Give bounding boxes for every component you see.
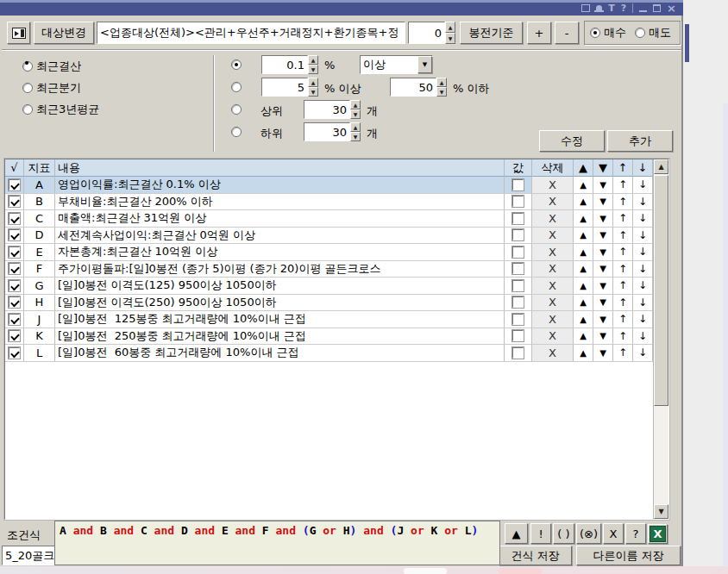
row-content-cell[interactable]: 부채비율:최근결산 200% 이하 — [55, 194, 505, 211]
save-as-button[interactable]: 다른이름 저장 — [576, 546, 681, 565]
row-value-checkbox[interactable] — [512, 179, 524, 190]
row-enabled-cell[interactable] — [5, 194, 24, 211]
row-id-cell[interactable]: A — [24, 177, 55, 194]
close-icon[interactable]: × — [667, 3, 676, 13]
panel-toggle-button[interactable] — [7, 22, 30, 44]
change-target-button[interactable]: 대상변경 — [34, 22, 94, 44]
not-button[interactable]: ! — [530, 523, 551, 544]
row-value-checkbox[interactable] — [512, 280, 524, 291]
table-row[interactable]: C매출액:최근결산 31억원 이상X▲▼↑↓ — [5, 210, 668, 228]
column-header-7[interactable]: ↑ — [613, 159, 633, 177]
bar-basis-button[interactable]: 봉전기준 — [460, 22, 523, 44]
row-value-checkbox[interactable] — [512, 213, 524, 224]
row-id-cell[interactable]: F — [24, 261, 55, 278]
row-delete-button[interactable]: X — [532, 278, 574, 295]
row-content-cell[interactable]: [일]0봉전 60봉중 최고거래량에 10%이내 근접 — [55, 345, 505, 362]
row-content-cell[interactable]: 자본총계:최근결산 10억원 이상 — [55, 244, 505, 261]
row-content-cell[interactable]: 영업이익률:최근결산 0.1% 이상 — [55, 177, 505, 194]
row-move-up-button[interactable]: ▲ — [574, 177, 593, 194]
row-id-cell[interactable]: J — [24, 311, 55, 328]
threshold-2-max-stepper[interactable]: ▲▼ — [436, 78, 447, 97]
row-value-cell[interactable] — [505, 311, 532, 328]
row-content-cell[interactable]: [일]0봉전 이격도(125) 950이상 1050이하 — [55, 278, 505, 295]
formula-expression-box[interactable]: A and B and C and D and E and F and (G o… — [54, 521, 500, 565]
radio-buy[interactable]: 매수 — [590, 25, 626, 41]
row-value-cell[interactable] — [505, 228, 532, 245]
row-delete-button[interactable]: X — [532, 311, 574, 328]
column-header-1[interactable]: 지표 — [24, 159, 55, 177]
row-move-down-button[interactable]: ▼ — [593, 244, 613, 261]
row-shift-up-button[interactable]: ↑ — [613, 210, 633, 228]
row-id-cell[interactable]: G — [24, 278, 55, 295]
dropdown-arrow-icon[interactable]: ▼ — [417, 56, 432, 73]
stepper-down-icon[interactable]: ▼ — [445, 33, 455, 44]
table-row[interactable]: J[일]0봉전 125봉중 최고거래량에 10%이내 근접X▲▼↑↓ — [5, 311, 668, 328]
row-delete-button[interactable]: X — [532, 210, 574, 228]
stepper-up-icon[interactable]: ▲ — [445, 22, 455, 33]
row-enabled-checkbox[interactable] — [9, 296, 20, 308]
row-move-down-button[interactable]: ▼ — [593, 194, 613, 211]
row-id-cell[interactable]: H — [24, 295, 55, 312]
row-id-cell[interactable]: L — [24, 345, 55, 362]
row-shift-up-button[interactable]: ↑ — [613, 261, 633, 278]
period-radio-1[interactable]: 최근분기 — [22, 80, 81, 96]
stepper-up-icon[interactable]: ▲ — [350, 100, 361, 109]
row-shift-up-button[interactable]: ↑ — [613, 328, 633, 346]
scrollbar-thumb[interactable] — [654, 175, 668, 406]
row-delete-button[interactable]: X — [532, 261, 574, 278]
row-value-cell[interactable] — [505, 261, 532, 278]
row-shift-down-button[interactable]: ↓ — [633, 278, 653, 295]
save-condition-button[interactable]: 건식 저장 — [499, 546, 572, 565]
radio-threshold-2[interactable] — [231, 82, 242, 92]
stepper-up-icon[interactable]: ▲ — [436, 78, 447, 87]
row-move-down-button[interactable]: ▼ — [593, 278, 613, 295]
row-content-cell[interactable]: 세전계속사업이익:최근결산 0억원 이상 — [55, 228, 505, 245]
bars-count-stepper[interactable]: ▲ ▼ — [445, 22, 455, 44]
table-row[interactable]: A영업이익률:최근결산 0.1% 이상X▲▼↑↓ — [5, 177, 668, 194]
row-enabled-checkbox[interactable] — [9, 213, 20, 224]
table-row[interactable]: G[일]0봉전 이격도(125) 950이상 1050이하X▲▼↑↓ — [5, 278, 668, 295]
table-row[interactable]: E자본총계:최근결산 10억원 이상X▲▼↑↓ — [5, 244, 668, 261]
stepper-down-icon[interactable]: ▼ — [308, 87, 318, 97]
row-move-down-button[interactable]: ▼ — [593, 228, 613, 245]
row-enabled-cell[interactable] — [5, 244, 24, 261]
column-header-8[interactable]: ↓ — [633, 159, 653, 177]
row-content-cell[interactable]: [일]0봉전 125봉중 최고거래량에 10%이내 근접 — [55, 311, 505, 328]
row-shift-up-button[interactable]: ↑ — [613, 244, 633, 261]
row-value-cell[interactable] — [505, 177, 532, 194]
tool-t-icon[interactable]: T — [608, 3, 615, 13]
row-enabled-checkbox[interactable] — [9, 263, 20, 274]
top-n-stepper[interactable]: ▲▼ — [350, 100, 361, 119]
row-enabled-checkbox[interactable] — [9, 246, 20, 258]
threshold-2-min-stepper[interactable]: ▲▼ — [308, 78, 318, 97]
row-move-down-button[interactable]: ▼ — [593, 311, 613, 328]
column-header-4[interactable]: 삭제 — [532, 159, 574, 177]
table-row[interactable]: H[일]0봉전 이격도(250) 950이상 1050이하X▲▼↑↓ — [5, 295, 668, 312]
row-move-down-button[interactable]: ▼ — [593, 328, 613, 346]
radio-top-n[interactable] — [231, 104, 242, 115]
row-move-up-button[interactable]: ▲ — [574, 328, 593, 346]
row-value-cell[interactable] — [505, 278, 532, 295]
row-value-cell[interactable] — [505, 194, 532, 211]
threshold-1-stepper[interactable]: ▲▼ — [308, 55, 318, 74]
scroll-up-icon[interactable]: ▲ — [654, 159, 668, 174]
period-radio-0[interactable]: 최근결산 — [22, 59, 81, 74]
row-value-cell[interactable] — [505, 295, 532, 312]
row-value-checkbox[interactable] — [512, 229, 524, 240]
paren-button[interactable]: ( ) — [553, 523, 574, 544]
row-enabled-cell[interactable] — [5, 177, 24, 194]
row-shift-up-button[interactable]: ↑ — [613, 278, 633, 295]
stepper-down-icon[interactable]: ▼ — [350, 109, 361, 119]
row-move-up-button[interactable]: ▲ — [574, 194, 593, 211]
table-row[interactable]: K[일]0봉전 250봉중 최고거래량에 10%이내 근접X▲▼↑↓ — [5, 328, 668, 346]
row-enabled-cell[interactable] — [5, 345, 24, 362]
bars-count-field[interactable]: 0 — [408, 22, 445, 44]
stepper-up-icon[interactable]: ▲ — [308, 78, 318, 87]
row-move-up-button[interactable]: ▲ — [574, 244, 593, 261]
radio-bottom-n[interactable] — [231, 127, 242, 137]
column-header-0[interactable]: √ — [5, 159, 24, 177]
row-content-cell[interactable]: 매출액:최근결산 31억원 이상 — [55, 210, 505, 228]
row-move-down-button[interactable]: ▼ — [593, 345, 613, 362]
row-value-checkbox[interactable] — [512, 246, 524, 258]
row-enabled-checkbox[interactable] — [9, 196, 20, 207]
